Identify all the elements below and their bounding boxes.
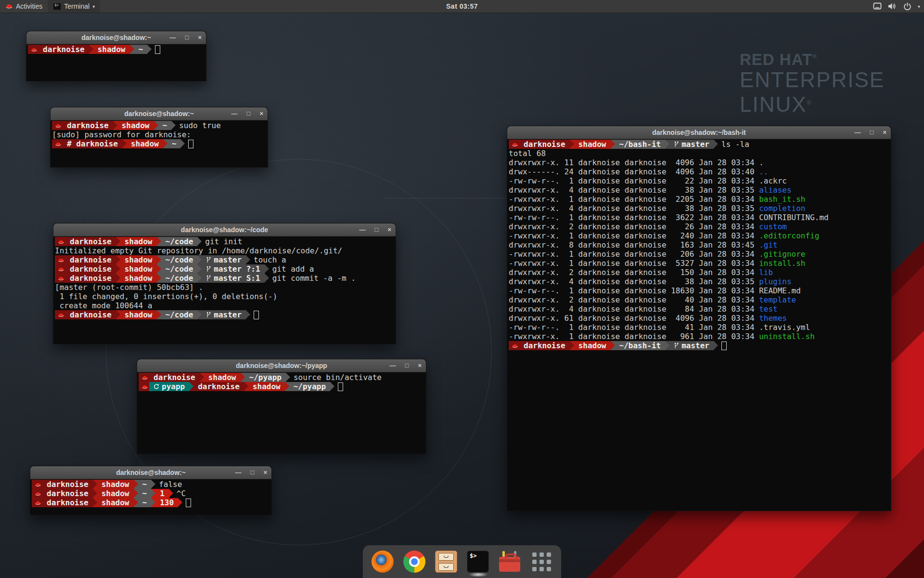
terminal-screen[interactable]: darknoiseshadow~sudo true[sudo] password… [51, 120, 268, 149]
terminal-screen[interactable]: darknoiseshadow~/codegit initInitialized… [53, 236, 396, 320]
prompt-line: darknoiseshadow~ [28, 45, 205, 54]
maximize-button[interactable]: □ [247, 107, 251, 120]
prompt-segment-user: darknoise [42, 498, 93, 507]
maximize-button[interactable]: □ [375, 223, 379, 236]
prompt-segment-path: ~/pyapp [289, 382, 330, 391]
powerline-separator [197, 274, 202, 283]
git-branch-icon [206, 275, 211, 281]
powerline-separator [151, 489, 155, 498]
close-button[interactable]: × [418, 359, 422, 372]
power-icon [903, 2, 911, 11]
prompt-segment-user: darknoise [193, 382, 244, 391]
dock-item-chrome[interactable] [403, 551, 425, 573]
red-hat-icon [5, 3, 13, 10]
maximize-button[interactable]: □ [405, 359, 409, 372]
toolbox-handle [505, 553, 517, 561]
close-button[interactable]: × [263, 466, 267, 479]
maximize-button[interactable]: □ [251, 466, 255, 479]
close-button[interactable]: × [387, 223, 391, 236]
prompt-line: darknoiseshadow~/pyappsource bin/activat… [139, 373, 424, 382]
dock-item-terminal[interactable]: $> [467, 551, 489, 573]
red-hat-icon [35, 500, 41, 506]
powerline-separator [151, 480, 155, 489]
file-meta: -rw-rw-r--. 1 darknoise darknoise 22 Jan… [509, 176, 759, 185]
file-meta: -rw-rw-r--. 1 darknoise darknoise 18630 … [509, 286, 759, 295]
powerline-separator [714, 341, 718, 350]
prompt-hat-segment [52, 121, 63, 130]
file-meta: drwxrwxr-x. 2 darknoise darknoise 26 Jan… [509, 222, 759, 231]
prompt-segment-host: shadow [248, 382, 285, 391]
clock[interactable]: Sat 03:57 [446, 2, 478, 10]
close-button[interactable]: × [259, 107, 263, 120]
file-row: -rw-rw-r--. 1 darknoise darknoise 41 Jan… [509, 323, 889, 332]
powerline-separator [265, 274, 269, 283]
minimize-button[interactable]: — [231, 107, 238, 120]
command-text: git add a [272, 264, 314, 274]
window-titlebar[interactable]: darknoise@shadow:~/code—□× [53, 223, 396, 236]
powerline-separator [200, 373, 204, 382]
file-row: -rwxrwxr-x. 1 darknoise darknoise 961 Ja… [509, 332, 889, 341]
command-text: git init [205, 237, 242, 246]
output-line: total 68 [509, 149, 889, 158]
prompt-segment-host: shadow [120, 264, 157, 274]
terminal-icon: $> [470, 552, 476, 559]
dock-item-app-grid[interactable] [530, 551, 552, 573]
terminal-cursor [155, 45, 160, 54]
window-titlebar[interactable]: darknoise@shadow:~—□× [30, 466, 271, 479]
display-icon [873, 2, 882, 10]
powerline-separator [570, 341, 574, 350]
window-titlebar[interactable]: darknoise@shadow:~/pyapp—□× [137, 359, 426, 372]
prompt-segment-exit: 130 [155, 498, 178, 507]
minimize-button[interactable]: — [235, 466, 242, 479]
minimize-button[interactable]: — [390, 359, 396, 372]
file-name: CONTRIBUTING.md [759, 213, 829, 222]
prompt-line: darknoiseshadow~sudo true [52, 121, 266, 130]
command-text: git commit -a -m . [272, 274, 356, 283]
red-hat-icon [58, 239, 64, 245]
terminal-screen[interactable]: darknoiseshadow~ [26, 44, 206, 54]
minimize-button[interactable]: — [359, 223, 366, 236]
terminal-screen[interactable]: darknoiseshadow~falsedarknoiseshadow~1^C… [30, 479, 271, 508]
system-status-area[interactable]: ▾ [873, 0, 920, 13]
activities-button[interactable]: Activities [0, 0, 48, 13]
app-menu-button[interactable]: $> Terminal ▾ [48, 0, 100, 13]
prompt-hat-segment [139, 382, 149, 391]
maximize-button[interactable]: □ [185, 31, 189, 44]
red-hat-icon [141, 375, 148, 381]
window-controls: —□× [235, 466, 267, 479]
minimize-button[interactable]: — [855, 126, 861, 139]
close-button[interactable]: × [198, 31, 202, 44]
window-titlebar[interactable]: darknoise@shadow:~/bash-it—□× [507, 126, 891, 139]
prompt-segment-path: ~/code [161, 255, 198, 264]
file-row: drwx------. 24 darknoise darknoise 4096 … [509, 167, 889, 176]
file-meta: -rwxrwxr-x. 1 darknoise darknoise 5327 J… [509, 259, 759, 268]
powerline-separator [134, 489, 138, 498]
minimize-button[interactable]: — [170, 31, 176, 44]
terminal-screen[interactable]: darknoiseshadow~/pyappsource bin/activat… [137, 372, 426, 392]
prompt-line: darknoiseshadow~130 [32, 498, 270, 507]
maximize-button[interactable]: □ [870, 126, 874, 139]
terminal-window: darknoise@shadow:~/bash-it—□×darknoisesh… [507, 126, 891, 511]
prompt-hat-segment [32, 498, 42, 507]
close-button[interactable]: × [883, 126, 886, 139]
prompt-segment-host: shadow [120, 255, 157, 264]
powerline-separator [265, 264, 269, 274]
file-meta: drwxrwxr-x. 8 darknoise darknoise 163 Ja… [509, 240, 759, 250]
dock-item-files[interactable] [435, 551, 457, 573]
file-row: drwxrwxr-x. 61 darknoise darknoise 4096 … [509, 314, 889, 323]
red-hat-icon [35, 482, 41, 487]
dock-item-firefox[interactable] [372, 551, 394, 573]
dock-item-toolbox[interactable] [499, 551, 521, 573]
output-line: [master (root-commit) 50bcb63] . [55, 283, 394, 292]
file-name: completion [759, 204, 805, 213]
prompt-segment-path: ~/bash-it [615, 341, 666, 350]
terminal-cursor [186, 499, 191, 507]
prompt-hat-segment [55, 255, 65, 264]
prompt-segment-path: ~ [158, 121, 172, 130]
window-titlebar[interactable]: darknoise@shadow:~—□× [26, 31, 206, 44]
window-titlebar[interactable]: darknoise@shadow:~—□× [51, 107, 268, 120]
terminal-screen[interactable]: darknoiseshadow~/bash-itmasterls -latota… [507, 139, 891, 351]
prompt-segment-host: shadow [117, 121, 154, 130]
terminal-cursor [254, 311, 259, 319]
command-text: touch a [254, 255, 286, 264]
